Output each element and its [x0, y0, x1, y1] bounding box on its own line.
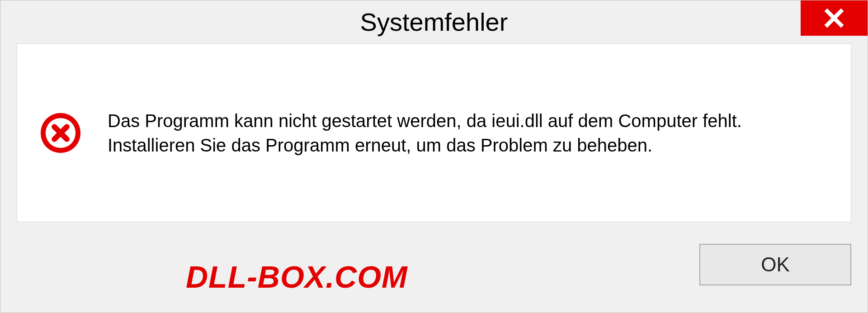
- dialog-title: Systemfehler: [360, 7, 508, 37]
- ok-button[interactable]: OK: [699, 244, 851, 285]
- footer: DLL-BOX.COM OK: [0, 222, 868, 313]
- error-message: Das Programm kann nicht gestartet werden…: [108, 109, 808, 157]
- error-icon: [40, 112, 81, 154]
- close-icon: [824, 8, 844, 28]
- titlebar: Systemfehler: [0, 0, 868, 43]
- content-area: Das Programm kann nicht gestartet werden…: [17, 43, 851, 222]
- error-dialog: Systemfehler Das Programm kann nicht ges…: [0, 0, 868, 313]
- watermark-text: DLL-BOX.COM: [186, 259, 408, 294]
- close-button[interactable]: [801, 0, 868, 36]
